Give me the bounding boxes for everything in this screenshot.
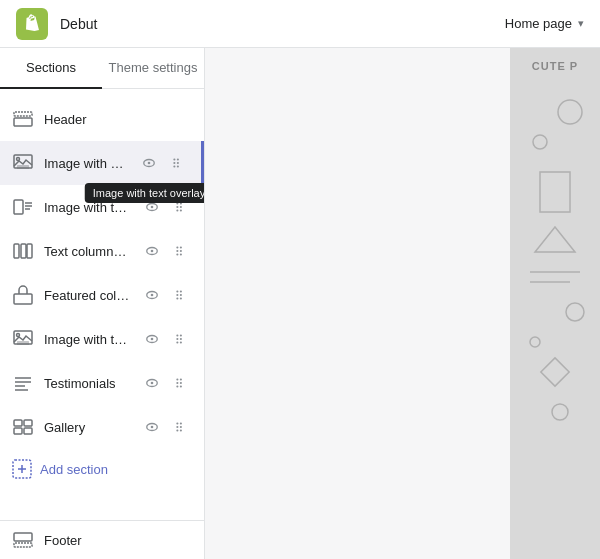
svg-point-22 (180, 202, 182, 204)
section-label-testimonials: Testimonials (44, 376, 130, 391)
svg-point-55 (180, 341, 182, 343)
image-overlay-2-icon (12, 328, 34, 350)
svg-point-18 (151, 206, 154, 209)
add-section-button[interactable]: Add section (0, 449, 204, 489)
eye-button-6[interactable] (140, 371, 164, 395)
image-text-icon (12, 196, 34, 218)
section-label-image-overlay-2: Image with text ov... (44, 332, 130, 347)
eye-button-3[interactable] (140, 239, 164, 263)
svg-point-42 (180, 290, 182, 292)
section-label-header: Header (44, 112, 192, 127)
eye-button-7[interactable] (140, 415, 164, 439)
tab-sections[interactable]: Sections (0, 48, 102, 89)
preview-area: CUTE P (205, 48, 600, 559)
svg-rect-1 (14, 118, 32, 126)
section-item-image-overlay-2[interactable]: Image with text ov... (0, 317, 204, 361)
svg-point-34 (180, 250, 182, 252)
svg-point-19 (176, 202, 178, 204)
svg-point-44 (180, 297, 182, 299)
section-label-footer: Footer (44, 533, 192, 548)
svg-point-33 (180, 246, 182, 248)
svg-point-65 (180, 378, 182, 380)
section-item-gallery[interactable]: Gallery (0, 405, 204, 449)
footer-icon (12, 529, 34, 551)
main-layout: Sections Theme settings Header (0, 48, 600, 559)
svg-point-67 (180, 385, 182, 387)
section-item-testimonials[interactable]: Testimonials (0, 361, 204, 405)
svg-rect-3 (17, 165, 29, 169)
eye-tooltip-wrapper: Image with text overlay (137, 151, 161, 175)
collection-icon (12, 284, 34, 306)
section-actions-7 (140, 415, 192, 439)
eye-button-2[interactable] (140, 195, 164, 219)
svg-point-38 (151, 294, 154, 297)
eye-button-1[interactable] (137, 151, 161, 175)
svg-point-94 (552, 404, 568, 420)
svg-point-49 (151, 338, 154, 341)
svg-point-29 (151, 250, 154, 253)
svg-point-32 (176, 253, 178, 255)
section-item-footer[interactable]: Footer (0, 520, 204, 559)
section-item-featured-collection[interactable]: Featured collection (0, 273, 204, 317)
section-item-image-overlay-1[interactable]: Image with text ov... Image with text ov… (0, 141, 204, 185)
drag-handle-3[interactable] (168, 239, 192, 263)
section-label-text-columns: Text columns with i... (44, 244, 130, 259)
svg-point-50 (176, 334, 178, 336)
svg-rect-71 (24, 428, 32, 434)
topbar-page-label[interactable]: Home page (505, 16, 572, 31)
drag-handle-4[interactable] (168, 283, 192, 307)
svg-point-61 (151, 382, 154, 385)
svg-rect-46 (17, 341, 29, 345)
eye-button-4[interactable] (140, 283, 164, 307)
svg-point-35 (180, 253, 182, 255)
drag-handle-6[interactable] (168, 371, 192, 395)
section-list: Header Image with text ov... (0, 89, 204, 520)
tab-theme-settings[interactable]: Theme settings (102, 48, 204, 89)
drag-handle-2[interactable] (168, 195, 192, 219)
svg-point-23 (180, 206, 182, 208)
drag-handle-5[interactable] (168, 327, 192, 351)
section-label-image-text: Image with text (44, 200, 130, 215)
section-item-text-columns[interactable]: Text columns with i... (0, 229, 204, 273)
drag-handle-7[interactable] (168, 415, 192, 439)
svg-rect-0 (14, 112, 32, 116)
section-label-gallery: Gallery (44, 420, 130, 435)
svg-rect-70 (14, 428, 22, 434)
section-label-featured-collection: Featured collection (44, 288, 130, 303)
drag-handle-1[interactable] (165, 151, 189, 175)
section-actions-6 (140, 371, 192, 395)
topbar-right[interactable]: Home page ▾ (505, 16, 584, 31)
svg-rect-69 (24, 420, 32, 426)
eye-button-5[interactable] (140, 327, 164, 351)
preview-panel: CUTE P (510, 48, 600, 559)
svg-rect-84 (14, 543, 32, 547)
svg-point-43 (180, 294, 182, 296)
section-actions-5 (140, 327, 192, 351)
section-item-image-text[interactable]: Image with text (0, 185, 204, 229)
svg-point-12 (177, 165, 179, 167)
image-overlay-icon (12, 152, 34, 174)
svg-point-41 (176, 297, 178, 299)
svg-point-20 (176, 206, 178, 208)
chevron-down-icon: ▾ (578, 17, 584, 30)
gallery-icon (12, 416, 34, 438)
svg-point-79 (180, 429, 182, 431)
shopify-logo-icon (22, 14, 42, 34)
svg-point-39 (176, 290, 178, 292)
tabs: Sections Theme settings (0, 48, 204, 89)
topbar-left: Debut (16, 8, 97, 40)
svg-point-31 (176, 250, 178, 252)
svg-point-92 (530, 337, 540, 347)
svg-rect-13 (14, 200, 23, 214)
svg-rect-26 (21, 244, 26, 258)
svg-rect-68 (14, 420, 22, 426)
svg-point-63 (176, 382, 178, 384)
add-section-label: Add section (40, 462, 108, 477)
text-columns-icon (12, 240, 34, 262)
svg-point-11 (177, 162, 179, 164)
section-actions-4 (140, 283, 192, 307)
svg-point-9 (173, 165, 175, 167)
section-item-header[interactable]: Header (0, 97, 204, 141)
svg-point-85 (558, 100, 582, 124)
svg-point-66 (180, 382, 182, 384)
